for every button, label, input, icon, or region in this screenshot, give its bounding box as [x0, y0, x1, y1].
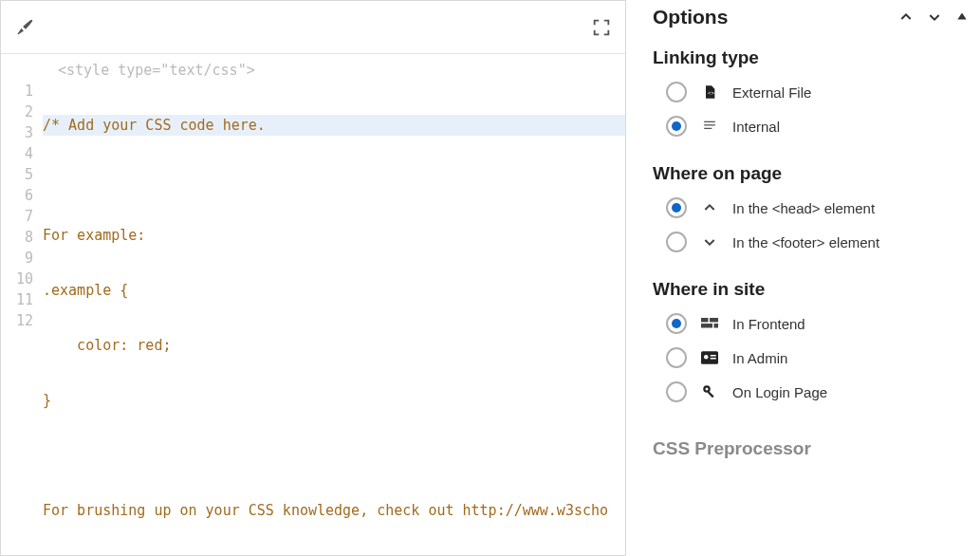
option-footer-element[interactable]: In the <footer> element [666, 232, 972, 252]
code-line: color: red; [43, 335, 625, 356]
radio-unchecked[interactable] [666, 347, 687, 368]
chevron-down-icon[interactable] [927, 9, 942, 25]
chevron-down-icon [700, 234, 719, 250]
option-label: Internal [732, 119, 780, 135]
option-admin[interactable]: In Admin [666, 347, 972, 368]
id-card-icon [700, 351, 719, 364]
svg-rect-5 [701, 318, 709, 323]
line-gutter: 123 456 789 101112 [1, 81, 43, 555]
code-line: .example { [43, 280, 625, 301]
editor-panel: <style type="text/css"> 123 456 789 1011… [0, 0, 626, 556]
svg-rect-6 [710, 318, 718, 323]
editor-toolbar [1, 1, 625, 54]
file-code-icon: <> [700, 83, 719, 101]
radio-checked[interactable] [666, 313, 687, 334]
radio-unchecked[interactable] [666, 232, 687, 252]
option-internal[interactable]: Internal [666, 116, 972, 137]
code-line [43, 445, 625, 466]
section-title: Where in site [653, 279, 972, 300]
radio-checked[interactable] [666, 116, 687, 137]
style-tag-text: <style type="text/css"> [1, 54, 625, 81]
option-label: External File [732, 84, 811, 101]
radio-unchecked[interactable] [666, 381, 687, 402]
section-title: Where on page [653, 163, 972, 184]
options-title: Options [653, 6, 728, 28]
options-header: Options [636, 0, 972, 42]
chevron-up-icon[interactable] [898, 9, 914, 25]
radio-unchecked[interactable] [666, 82, 687, 102]
option-label: In the <footer> element [732, 234, 879, 250]
code-line: } [43, 390, 625, 411]
svg-rect-12 [711, 358, 716, 360]
option-label: In the <head> element [732, 200, 875, 216]
option-label: In Admin [732, 350, 787, 366]
key-icon [700, 383, 719, 400]
fullscreen-icon[interactable] [591, 17, 612, 38]
paintbrush-icon[interactable] [14, 17, 35, 38]
grid-icon [700, 317, 719, 330]
code-editor[interactable]: 123 456 789 101112 /* Add your CSS code … [1, 81, 625, 555]
svg-rect-15 [708, 391, 714, 398]
code-content[interactable]: /* Add your CSS code here. For example: … [43, 81, 625, 555]
collapse-up-icon[interactable] [955, 9, 969, 25]
svg-rect-8 [714, 324, 719, 328]
option-head-element[interactable]: In the <head> element [666, 197, 972, 218]
option-frontend[interactable]: In Frontend [666, 313, 972, 334]
svg-rect-7 [701, 324, 712, 328]
option-label: In Frontend [732, 316, 805, 332]
section-where-in-site: Where in site In Frontend In Admin On Lo… [636, 279, 972, 423]
code-line [43, 170, 625, 191]
svg-point-10 [704, 355, 709, 360]
option-login-page[interactable]: On Login Page [666, 381, 972, 402]
option-label: On Login Page [732, 384, 827, 400]
code-line: For example: [43, 225, 625, 246]
svg-marker-0 [957, 13, 966, 20]
options-panel: Options Linking type <> External File In… [636, 0, 980, 556]
section-where-on-page: Where on page In the <head> element In t… [636, 163, 972, 273]
radio-checked[interactable] [666, 197, 687, 218]
section-linking-type: Linking type <> External File Internal [636, 47, 972, 158]
option-external-file[interactable]: <> External File [666, 82, 972, 102]
lines-icon [700, 120, 719, 133]
section-title: Linking type [653, 47, 972, 68]
css-preprocessor-title: CSS Preprocessor [653, 438, 972, 459]
chevron-up-icon [700, 200, 719, 215]
svg-text:<>: <> [708, 90, 715, 96]
svg-rect-11 [711, 355, 716, 357]
code-line: For brushing up on your CSS knowledge, c… [43, 500, 625, 521]
svg-point-14 [706, 388, 709, 391]
code-line: /* Add your CSS code here. [43, 115, 625, 136]
